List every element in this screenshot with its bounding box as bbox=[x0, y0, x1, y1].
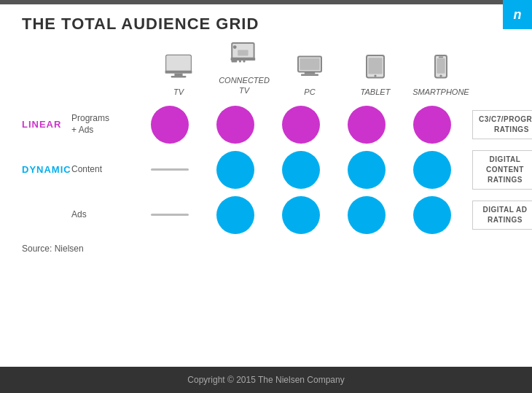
linear-cell-0 bbox=[137, 106, 203, 144]
svg-rect-15 bbox=[301, 74, 318, 75]
svg-point-7 bbox=[233, 45, 237, 49]
ads-cell-3 bbox=[334, 196, 399, 234]
circle-cyan-c1 bbox=[216, 151, 254, 189]
dash-0 bbox=[151, 168, 189, 171]
ads-ratings-area: DIGITAL ADRATINGS bbox=[472, 201, 532, 230]
device-connected-tv-label: CONNECTEDTV bbox=[219, 75, 270, 96]
svg-rect-6 bbox=[238, 50, 248, 56]
connected-tv-icon bbox=[230, 41, 259, 72]
linear-circles bbox=[137, 106, 465, 144]
dash-ads-0 bbox=[151, 214, 189, 216]
content-ratings-box: DIGITAL CONTENTRATINGS bbox=[472, 150, 532, 190]
svg-rect-20 bbox=[437, 58, 445, 74]
svg-rect-1 bbox=[166, 55, 191, 71]
content-circles bbox=[137, 151, 465, 189]
linear-cell-3 bbox=[334, 106, 399, 144]
linear-ratings-box: C3/C7/PROGRAMRATINGS bbox=[472, 110, 532, 139]
svg-rect-4 bbox=[171, 76, 187, 77]
page-title: THE TOTAL AUDIENCE GRID bbox=[22, 15, 510, 34]
dynamic-label: DYNAMIC bbox=[22, 164, 66, 175]
tv-icon bbox=[164, 53, 193, 85]
device-pc: PC bbox=[277, 53, 343, 96]
svg-point-18 bbox=[374, 74, 376, 77]
svg-rect-10 bbox=[239, 61, 241, 62]
linear-label: LINEAR bbox=[22, 119, 66, 130]
footer-bar: Copyright © 2015 The Nielsen Company bbox=[0, 367, 532, 393]
circle-purple-0 bbox=[151, 106, 189, 144]
content-cell-0 bbox=[137, 168, 203, 171]
grid-container: TV CONNECTEDTV bbox=[22, 41, 510, 254]
linear-ratings-area: C3/C7/PROGRAMRATINGS bbox=[472, 110, 532, 139]
dynamic-ads-side-label: Ads bbox=[22, 209, 137, 221]
circle-purple-1 bbox=[216, 106, 254, 144]
svg-rect-17 bbox=[368, 58, 382, 74]
linear-cell-4 bbox=[399, 106, 465, 144]
tablet-icon bbox=[361, 53, 390, 85]
device-smartphone: SMARTPHONE bbox=[408, 53, 474, 96]
circle-cyan-a1 bbox=[216, 196, 254, 234]
content-cell-4 bbox=[399, 151, 465, 189]
circle-cyan-a2 bbox=[282, 196, 320, 234]
linear-cell-1 bbox=[203, 106, 268, 144]
content-ratings-area: DIGITAL CONTENTRATINGS bbox=[472, 150, 532, 190]
svg-rect-9 bbox=[231, 61, 237, 62]
svg-rect-14 bbox=[305, 71, 315, 74]
circle-purple-3 bbox=[348, 106, 386, 144]
circle-cyan-a4 bbox=[413, 196, 451, 234]
footer-text: Copyright © 2015 The Nielsen Company bbox=[187, 375, 344, 385]
circle-purple-4 bbox=[413, 106, 451, 144]
pc-icon bbox=[295, 53, 324, 85]
svg-rect-11 bbox=[243, 61, 245, 62]
smartphone-icon bbox=[426, 53, 455, 85]
source-text: Source: Nielsen bbox=[22, 244, 510, 254]
content-cell-2 bbox=[268, 151, 334, 189]
dynamic-content-side-label: DYNAMIC Content bbox=[22, 164, 137, 176]
content-cell-1 bbox=[203, 151, 268, 189]
linear-side-label: LINEAR Programs+ Ads bbox=[22, 113, 137, 136]
main-content: THE TOTAL AUDIENCE GRID TV bbox=[0, 0, 532, 367]
circle-cyan-c4 bbox=[413, 151, 451, 189]
ads-cell-0 bbox=[137, 214, 203, 216]
all-data-rows: LINEAR Programs+ Ads C3/C7/PROGRAMRATING… bbox=[22, 102, 510, 238]
linear-row: LINEAR Programs+ Ads C3/C7/PROGRAMRATING… bbox=[22, 102, 510, 147]
circle-cyan-a3 bbox=[348, 196, 386, 234]
svg-rect-2 bbox=[165, 70, 192, 73]
circle-purple-2 bbox=[282, 106, 320, 144]
svg-rect-22 bbox=[439, 56, 443, 58]
ads-cell-1 bbox=[203, 196, 268, 234]
circle-cyan-c3 bbox=[348, 151, 386, 189]
dynamic-ads-row: Ads DIGITAL ADRATINGS bbox=[22, 192, 510, 238]
svg-rect-8 bbox=[231, 58, 256, 61]
ads-row-label: Ads bbox=[71, 209, 137, 221]
ads-cell-2 bbox=[268, 196, 334, 234]
device-row: TV CONNECTEDTV bbox=[146, 41, 510, 96]
device-tv: TV bbox=[146, 53, 211, 96]
device-tablet-label: TABLET bbox=[361, 87, 391, 96]
dynamic-content-row: DYNAMIC Content DIGITAL CONTENTRATINGS bbox=[22, 147, 510, 192]
ads-circles bbox=[137, 196, 465, 234]
device-tablet: TABLET bbox=[343, 53, 408, 96]
content-row-label: Content bbox=[71, 164, 137, 176]
svg-rect-13 bbox=[300, 58, 319, 70]
circle-cyan-c2 bbox=[282, 151, 320, 189]
svg-point-21 bbox=[439, 74, 442, 77]
device-connected-tv: CONNECTEDTV bbox=[211, 41, 277, 96]
device-smartphone-label: SMARTPHONE bbox=[412, 87, 469, 96]
linear-cell-2 bbox=[268, 106, 334, 144]
svg-rect-3 bbox=[174, 73, 182, 75]
ads-cell-4 bbox=[399, 196, 465, 234]
ads-ratings-box: DIGITAL ADRATINGS bbox=[472, 201, 532, 230]
linear-row-label: Programs+ Ads bbox=[71, 113, 137, 136]
content-cell-3 bbox=[334, 151, 399, 189]
device-pc-label: PC bbox=[304, 87, 315, 96]
device-tv-label: TV bbox=[173, 87, 184, 96]
